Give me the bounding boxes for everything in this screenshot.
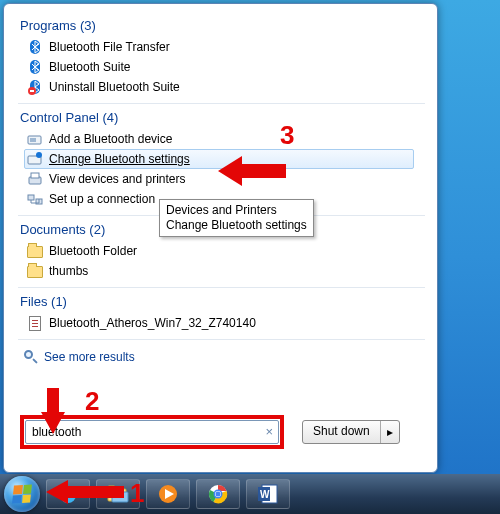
search-input[interactable] [25,420,279,444]
svg-rect-11 [28,195,34,200]
result-label: thumbs [49,264,88,278]
folder-icon [27,243,43,259]
svg-rect-17 [112,492,128,502]
svg-text:W: W [260,489,270,500]
result-bluetooth-suite[interactable]: Bluetooth Suite [24,57,425,77]
folder-icon [27,263,43,279]
clear-search-button[interactable]: × [265,424,273,439]
result-label: Set up a connection [49,192,155,206]
result-bluetooth-file-transfer[interactable]: Bluetooth File Transfer [24,37,425,57]
section-header-control-panel: Control Panel (4) [20,110,425,125]
shutdown-arrow-button[interactable]: ▸ [381,421,399,443]
svg-rect-4 [30,90,34,92]
shutdown-button[interactable]: Shut down [303,421,381,443]
result-label: Bluetooth File Transfer [49,40,170,54]
divider [18,103,425,104]
result-label: Bluetooth_Atheros_Win7_32_Z740140 [49,316,256,330]
svg-rect-14 [60,494,76,497]
result-label: Bluetooth Folder [49,244,137,258]
taskbar-word[interactable]: W [246,479,290,509]
taskbar: W [0,474,500,514]
start-orb[interactable] [4,476,40,512]
svg-rect-16 [108,486,115,490]
taskbar-chrome[interactable] [196,479,240,509]
shutdown-split-button[interactable]: Shut down ▸ [302,420,400,444]
taskbar-ie[interactable] [46,479,90,509]
archive-icon [27,315,43,331]
start-menu-panel: Programs (3) Bluetooth File Transfer Blu… [3,3,438,473]
result-label: Bluetooth Suite [49,60,130,74]
settings-icon [27,151,43,167]
tooltip-line2: Change Bluetooth settings [166,218,307,233]
see-more-label: See more results [44,350,135,364]
see-more-results[interactable]: See more results [24,350,425,364]
annotation-box-search: × [20,415,284,449]
uninstall-icon [27,79,43,95]
chrome-icon [207,483,229,505]
svg-point-8 [36,152,42,158]
printer-icon [27,171,43,187]
result-thumbs[interactable]: thumbs [24,261,425,281]
bluetooth-icon [27,59,43,75]
word-icon: W [257,483,279,505]
result-view-devices-printers[interactable]: View devices and printers [24,169,425,189]
annotation-1: 1 [130,478,144,509]
taskbar-media-player[interactable] [146,479,190,509]
section-header-files: Files (1) [20,294,425,309]
result-bluetooth-folder[interactable]: Bluetooth Folder [24,241,425,261]
annotation-2: 2 [85,386,99,417]
svg-point-23 [216,492,221,497]
explorer-icon [106,484,130,504]
svg-rect-10 [31,173,39,178]
media-player-icon [157,483,179,505]
result-change-bluetooth-settings[interactable]: Change Bluetooth settings [24,149,414,169]
search-icon [24,350,38,364]
divider [18,339,425,340]
tooltip: Devices and Printers Change Bluetooth se… [159,199,314,237]
divider [18,287,425,288]
start-menu-bottom: × Shut down ▸ [10,410,431,454]
result-label: Add a Bluetooth device [49,132,172,146]
result-uninstall-bluetooth-suite[interactable]: Uninstall Bluetooth Suite [24,77,425,97]
result-label: Uninstall Bluetooth Suite [49,80,180,94]
tooltip-line1: Devices and Printers [166,203,307,218]
result-bluetooth-atheros-file[interactable]: Bluetooth_Atheros_Win7_32_Z740140 [24,313,425,333]
svg-rect-6 [30,138,36,142]
section-header-programs: Programs (3) [20,18,425,33]
ie-icon [57,483,79,505]
network-icon [27,191,43,207]
annotation-3: 3 [280,120,294,151]
bluetooth-icon [27,39,43,55]
device-icon [27,131,43,147]
search-results: Programs (3) Bluetooth File Transfer Blu… [10,14,431,410]
result-label: Change Bluetooth settings [49,152,190,166]
result-add-bluetooth-device[interactable]: Add a Bluetooth device [24,129,425,149]
result-label: View devices and printers [49,172,186,186]
